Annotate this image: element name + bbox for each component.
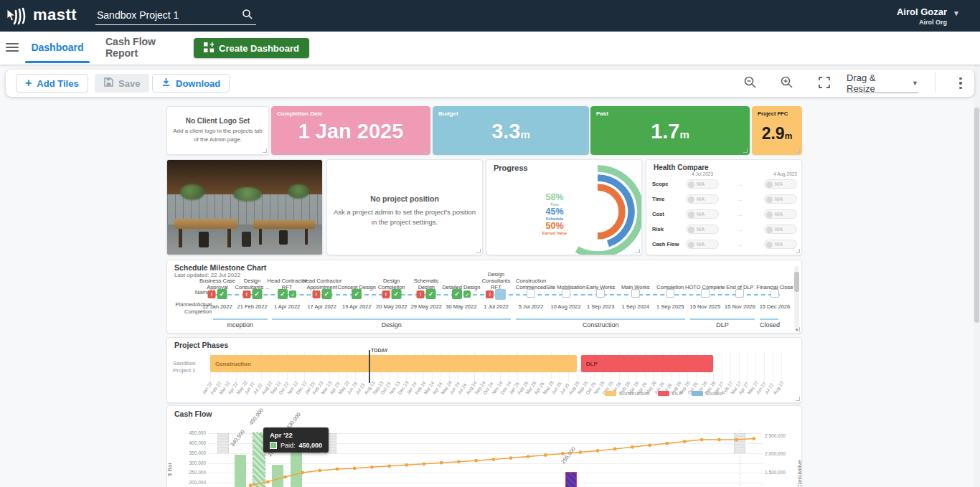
project-search-field[interactable]: Sandbox Project 1 xyxy=(95,6,256,25)
health-badge-left[interactable]: N/A xyxy=(686,194,719,204)
health-badge-right[interactable]: N/A xyxy=(764,194,797,204)
progress-arc[interactable] xyxy=(598,187,622,236)
progress-tile[interactable]: Progress 58%Time45%Schedule50%Earned Val… xyxy=(486,159,642,255)
milestone-icon-done[interactable]: ✓ xyxy=(252,289,262,299)
milestone-icon-planned[interactable] xyxy=(666,289,674,298)
health-badge-left[interactable]: N/A xyxy=(686,209,719,219)
cumulative-line-point[interactable] xyxy=(370,465,374,469)
milestone-icon-planned[interactable] xyxy=(527,289,535,298)
zoom-in-icon[interactable] xyxy=(780,75,796,91)
tab-dashboard[interactable]: Dashboard xyxy=(25,32,90,62)
more-options-kebab-icon[interactable] xyxy=(954,74,967,93)
milestone-marker[interactable]: !✓ xyxy=(242,289,262,299)
budget-tile[interactable]: Budget 3.3m xyxy=(433,106,589,155)
cumulative-line-point[interactable] xyxy=(353,467,357,471)
milestone-icon-planned[interactable] xyxy=(596,289,605,298)
milestone-icon-late[interactable]: ! xyxy=(486,290,494,298)
cash-flow-bar-placeholder[interactable] xyxy=(217,433,229,453)
tab-cash-flow-report[interactable]: Cash Flow Report xyxy=(105,32,174,62)
cash-flow-bar[interactable] xyxy=(565,472,577,487)
milestone-icon-planned[interactable] xyxy=(735,289,744,298)
milestone-marker[interactable] xyxy=(701,289,710,298)
milestone-icon-done[interactable]: ✓ xyxy=(426,289,436,299)
project-search-value[interactable]: Sandbox Project 1 xyxy=(97,9,179,21)
health-badge-left[interactable]: N/A xyxy=(686,179,719,189)
health-compare-tile[interactable]: Health Compare 4 Jul 2023 4 Aug 2023 Sco… xyxy=(646,159,802,255)
project-phases-tile[interactable]: Project Phases Sandbox Project 1 Jan 22F… xyxy=(166,337,802,403)
download-button[interactable]: Download xyxy=(152,74,230,93)
create-dashboard-button[interactable]: Create Dashboard xyxy=(194,38,309,58)
milestone-marker[interactable]: !✓ xyxy=(417,289,436,299)
schedule-milestone-tile[interactable]: Schedule Milestone Chart Last updated: 2… xyxy=(166,260,802,334)
add-tiles-button[interactable]: + Add Tiles xyxy=(16,74,88,93)
drag-resize-dropdown[interactable]: Drag & Resize ▼ xyxy=(847,74,918,93)
cumulative-line-point[interactable] xyxy=(752,437,755,440)
milestone-icon-done[interactable]: ✓ xyxy=(452,289,462,299)
cumulative-line-point[interactable] xyxy=(249,483,253,487)
milestone-marker[interactable] xyxy=(631,289,640,298)
milestone-icon-late[interactable]: ! xyxy=(382,290,390,298)
paid-tile[interactable]: Paid 1.7m xyxy=(590,106,750,155)
cumulative-line-point[interactable] xyxy=(717,438,721,442)
cash-flow-tile[interactable]: Cash Flow 450,000400,000350,000300,00025… xyxy=(166,405,802,487)
cash-flow-bar-placeholder[interactable] xyxy=(734,433,745,453)
milestone-marker[interactable]: !✓ xyxy=(208,289,227,299)
cumulative-line-point[interactable] xyxy=(474,459,478,463)
cumulative-line-point[interactable] xyxy=(491,458,495,461)
milestone-icon-planned[interactable] xyxy=(562,289,570,298)
gantt-bar-dlp[interactable]: DLP xyxy=(581,355,713,372)
project-photo-tile[interactable] xyxy=(166,159,323,255)
health-badge-left[interactable]: N/A xyxy=(686,240,719,249)
health-badge-right[interactable]: N/A xyxy=(764,209,797,219)
health-badge-left[interactable]: N/A xyxy=(686,224,719,234)
health-badge-right[interactable]: N/A xyxy=(764,179,797,189)
milestone-icon-done[interactable]: ✓ xyxy=(278,289,288,299)
milestone-icon-current[interactable] xyxy=(495,289,506,300)
cumulative-line-point[interactable] xyxy=(336,468,339,471)
search-icon[interactable] xyxy=(242,9,253,23)
client-logo-tile[interactable]: No Client Logo Set Add a client logo in … xyxy=(166,106,269,155)
milestone-icon-late[interactable]: ! xyxy=(208,290,216,298)
milestone-icon-planned[interactable] xyxy=(701,289,710,298)
page-scrollbar-thumb[interactable] xyxy=(974,108,979,323)
milestone-icon-done[interactable]: ✓ xyxy=(391,289,401,299)
milestone-icon-late[interactable]: ! xyxy=(242,290,250,298)
milestone-marker[interactable]: ! xyxy=(486,289,506,300)
cumulative-line-point[interactable] xyxy=(631,445,634,449)
cumulative-line-point[interactable] xyxy=(527,455,530,458)
gantt-bar-construction[interactable]: Construction xyxy=(210,355,577,372)
fullscreen-icon[interactable] xyxy=(817,75,833,91)
milestone-marker[interactable] xyxy=(596,289,605,298)
cash-flow-bar[interactable] xyxy=(272,465,283,487)
milestone-marker[interactable]: !✓ xyxy=(382,289,401,299)
milestone-icon-planned[interactable] xyxy=(771,289,779,298)
cumulative-line-point[interactable] xyxy=(283,476,287,479)
health-badge-right[interactable]: N/A xyxy=(764,240,797,249)
project-position-tile[interactable]: No project position Ask a project admin … xyxy=(326,159,483,255)
scroll-down-icon[interactable]: ▼ xyxy=(794,328,799,332)
cumulative-line-point[interactable] xyxy=(596,449,600,453)
user-menu-caret-icon[interactable]: ▼ xyxy=(953,9,960,17)
cumulative-line-point[interactable] xyxy=(387,464,391,468)
cumulative-line-point[interactable] xyxy=(700,438,704,442)
milestone-icon-late[interactable]: ! xyxy=(312,290,320,298)
milestone-icon-done[interactable]: ✓ xyxy=(352,289,362,299)
zoom-out-icon[interactable] xyxy=(743,75,759,91)
milestone-marker[interactable] xyxy=(735,289,744,298)
milestone-marker[interactable] xyxy=(666,289,674,298)
milestone-icon-planned[interactable] xyxy=(631,289,640,298)
health-badge-right[interactable]: N/A xyxy=(764,224,797,234)
milestone-icon-done_sm[interactable]: ✓ xyxy=(463,290,471,298)
milestone-icon-late[interactable]: ! xyxy=(417,290,425,298)
milestone-marker[interactable]: ✓✓ xyxy=(452,289,471,299)
cumulative-line-point[interactable] xyxy=(613,448,617,451)
milestone-marker[interactable] xyxy=(562,289,570,298)
completion-date-tile[interactable]: Completion Date 1 Jan 2025 xyxy=(271,106,430,155)
milestone-icon-done[interactable]: ✓ xyxy=(217,289,227,299)
cumulative-line-point[interactable] xyxy=(648,443,651,447)
cumulative-line-point[interactable] xyxy=(509,456,513,460)
user-name[interactable]: Airol Gozar xyxy=(897,6,947,17)
milestone-marker[interactable]: !✓ xyxy=(312,289,331,299)
cumulative-line-point[interactable] xyxy=(318,469,321,473)
save-button[interactable]: Save xyxy=(95,74,149,93)
